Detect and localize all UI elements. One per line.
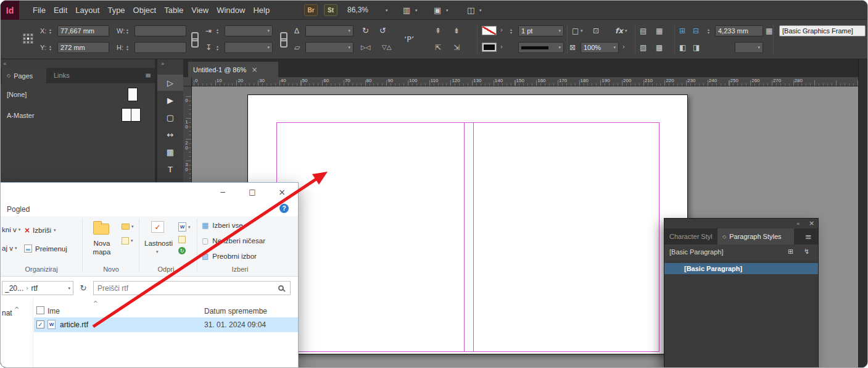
- ribbon-tab-view[interactable]: Pogled: [7, 205, 30, 214]
- menu-table[interactable]: Table: [164, 6, 183, 15]
- close-panel-icon[interactable]: ×: [809, 219, 814, 227]
- stroke-weight-spinner[interactable]: ▴▾: [510, 25, 512, 36]
- select-none-button[interactable]: ▢ Ne izberi ničesar: [202, 236, 265, 245]
- bridge-button[interactable]: Br: [304, 4, 318, 16]
- zoom-level-value[interactable]: 86,3%: [347, 6, 368, 14]
- menu-object[interactable]: Object: [133, 6, 157, 15]
- menu-edit[interactable]: Edit: [54, 6, 67, 15]
- nav-pane-fragment[interactable]: nat: [2, 309, 12, 317]
- width-field[interactable]: [134, 25, 186, 36]
- type-tool[interactable]: T: [157, 161, 183, 177]
- arrange-documents-icon[interactable]: ◫: [467, 6, 474, 15]
- menu-type[interactable]: Type: [107, 6, 125, 15]
- copy-to-button[interactable]: aj v ▾: [2, 245, 17, 252]
- refresh-button[interactable]: ↻: [76, 281, 91, 295]
- new-item-button[interactable]: ▾: [122, 237, 133, 245]
- constrain-dimensions-icon[interactable]: [191, 31, 197, 46]
- file-checkbox-checked[interactable]: ✓: [36, 320, 44, 328]
- window-maximize-button[interactable]: □: [238, 183, 267, 201]
- address-caret-icon[interactable]: ▾: [68, 286, 70, 291]
- object-style-combo[interactable]: [Basic Graphics Frame]: [779, 25, 866, 36]
- stroke-color-swatch[interactable]: [482, 43, 497, 52]
- stroke-style-combo[interactable]: ▾: [518, 42, 564, 53]
- opacity-flyout-icon[interactable]: ›: [622, 43, 625, 50]
- flip-horizontal-icon[interactable]: ▷◁: [361, 42, 370, 53]
- open-with-word-button[interactable]: W ▾: [178, 222, 191, 232]
- menu-help[interactable]: Help: [253, 6, 270, 15]
- corner-options-icon[interactable]: □: [572, 25, 579, 36]
- offset-spinner[interactable]: ▴▾: [708, 25, 709, 36]
- breadcrumb-folder[interactable]: rtf: [31, 284, 38, 293]
- scale-x-combo[interactable]: ▾: [225, 25, 273, 36]
- quick-apply-icon[interactable]: ↯: [804, 248, 809, 256]
- help-button[interactable]: ?: [279, 204, 289, 213]
- gap-tool[interactable]: ↔: [157, 127, 183, 143]
- w-spinner[interactable]: ▴▾: [126, 25, 128, 36]
- column-header-date[interactable]: Datum spremembe: [204, 307, 267, 316]
- new-folder-label-1[interactable]: Nova: [86, 240, 118, 247]
- tab-paragraph-styles[interactable]: ◇ Paragraph Styles: [717, 228, 794, 245]
- screen-mode-caret-icon[interactable]: ▾: [446, 8, 448, 13]
- properties-caret-icon[interactable]: ▾: [156, 249, 159, 254]
- menu-file[interactable]: File: [33, 6, 46, 15]
- scale-x-caret-icon[interactable]: ▾: [267, 28, 270, 33]
- fill-flyout-icon[interactable]: ›: [500, 27, 503, 33]
- x-spinner[interactable]: ▴▾: [49, 25, 51, 36]
- direct-selection-tool[interactable]: ▶: [157, 92, 183, 108]
- selection-tool[interactable]: ▷: [157, 75, 183, 91]
- collapse-panels-icon[interactable]: «: [3, 61, 7, 67]
- select-container-icon[interactable]: ⇱: [435, 42, 441, 53]
- styles-panel-menu-icon[interactable]: ≡: [805, 232, 812, 241]
- delete-button[interactable]: × Izbriši ▾: [24, 226, 56, 235]
- rename-button[interactable]: Preimenuj: [24, 245, 67, 253]
- search-box[interactable]: [93, 281, 291, 295]
- x-position-field[interactable]: 77,667 mm: [57, 25, 109, 36]
- stock-button[interactable]: St: [324, 4, 337, 16]
- menu-layout[interactable]: Layout: [75, 6, 99, 15]
- rotate-cw-icon[interactable]: ↻: [362, 25, 369, 36]
- effects-caret-icon[interactable]: ▾: [625, 28, 627, 33]
- rotate-ccw-icon[interactable]: ↺: [379, 25, 386, 36]
- move-to-button[interactable]: kni v ▾: [2, 226, 20, 233]
- select-all-button[interactable]: ▦ Izberi vse: [202, 221, 243, 230]
- page-tool[interactable]: ▢: [157, 109, 183, 125]
- fill-none-swatch[interactable]: [482, 26, 497, 35]
- opacity-caret-icon[interactable]: ▾: [613, 45, 616, 50]
- effects-fx-icon[interactable]: fx: [615, 25, 623, 36]
- document-tab[interactable]: Untitled-1 @ 86% ×: [188, 62, 278, 77]
- view-options-caret-icon[interactable]: ▾: [415, 8, 418, 13]
- align-left-icon[interactable]: ◧: [679, 42, 686, 53]
- opacity-combo[interactable]: 100%▾: [581, 42, 619, 53]
- fit-content-icon[interactable]: ⊞: [679, 25, 685, 36]
- grid-options-icon[interactable]: ▦: [766, 25, 772, 36]
- stroke-flyout-icon[interactable]: ›: [500, 43, 503, 50]
- master-a-thumbnail-right[interactable]: [131, 108, 141, 122]
- document-tab-close-icon[interactable]: ×: [251, 65, 257, 74]
- ruler-origin-corner[interactable]: [183, 77, 192, 86]
- select-content-icon[interactable]: ⇲: [453, 42, 460, 53]
- stroke-weight-caret-icon[interactable]: ▾: [558, 28, 561, 33]
- edit-file-icon[interactable]: [178, 236, 186, 243]
- secondary-combo[interactable]: ▾: [735, 42, 763, 53]
- stroke-style-caret-icon[interactable]: ▾: [558, 45, 561, 50]
- new-folder-label-2[interactable]: mapa: [86, 248, 118, 256]
- select-previous-object-icon[interactable]: ⇞: [435, 25, 441, 36]
- search-input[interactable]: [94, 284, 278, 293]
- column-header-name[interactable]: Ime: [48, 307, 60, 316]
- flip-vertical-icon[interactable]: ▽△: [382, 42, 391, 53]
- scale-y-spinner[interactable]: ▴▾: [217, 42, 218, 53]
- menu-window[interactable]: Window: [217, 6, 245, 15]
- y-position-field[interactable]: 272 mm: [57, 42, 109, 53]
- master-a-label[interactable]: A-Master: [7, 112, 35, 119]
- easy-access-button[interactable]: ▾: [122, 224, 134, 230]
- style-list-item-selected[interactable]: [Basic Paragraph]: [664, 263, 818, 274]
- wrap-object-shape-icon[interactable]: ▧: [640, 42, 647, 53]
- scale-y-combo[interactable]: ▾: [225, 42, 273, 53]
- align-right-icon[interactable]: ◨: [693, 42, 700, 53]
- select-next-object-icon[interactable]: ⇟: [453, 25, 460, 36]
- menu-view[interactable]: View: [191, 6, 209, 15]
- reference-point-proxy[interactable]: [23, 33, 33, 44]
- height-field[interactable]: [134, 42, 186, 53]
- stroke-weight-combo[interactable]: 1 pt▾: [518, 25, 564, 36]
- wrap-bounding-box-icon[interactable]: ▦: [656, 25, 663, 36]
